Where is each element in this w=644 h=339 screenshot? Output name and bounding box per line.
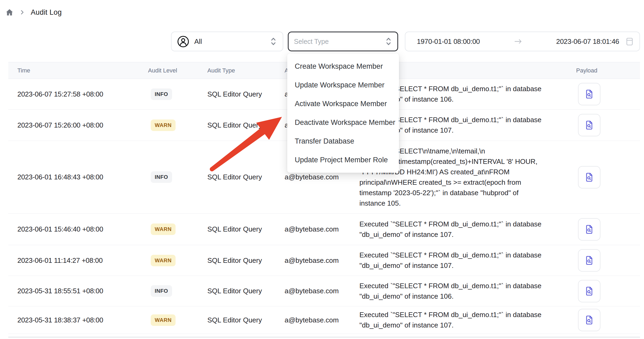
type-option[interactable]: Update Workspace Member (287, 76, 399, 94)
cell-actor: a@bytebase.com (285, 225, 359, 233)
chevron-right-icon (19, 9, 25, 16)
type-option[interactable]: Update Project Member Role (287, 151, 399, 169)
audit-level-badge: INFO (151, 171, 172, 183)
audit-level-badge: WARN (151, 314, 176, 326)
table-row: 2023-06-01 11:14:27 +08:00WARNSQL Editor… (8, 245, 640, 276)
file-search-icon (584, 89, 595, 99)
type-filter-select[interactable]: Select Type (288, 32, 398, 51)
cell-audit-type: SQL Editor Query (207, 121, 285, 129)
audit-level-badge: WARN (151, 255, 176, 266)
arrow-right-icon (514, 37, 523, 45)
date-range-end[interactable]: 2023-06-07 18:01:46 (556, 37, 619, 46)
actor-filter-value: All (194, 37, 265, 46)
filter-bar: All Select Type 1970-01-01 08:00:00 (171, 32, 640, 51)
actor-filter-select[interactable]: All (171, 32, 283, 51)
cell-audit-level: INFO (148, 88, 207, 100)
cell-time: 2023-05-31 18:38:37 +08:00 (8, 316, 148, 324)
payload-view-button[interactable] (578, 249, 600, 272)
page-title: Audit Log (31, 8, 62, 17)
cell-audit-level: WARN (148, 255, 207, 266)
audit-log-page: Audit Log All Select Type (0, 0, 644, 339)
payload-view-button[interactable] (578, 166, 600, 188)
file-search-icon (584, 286, 595, 296)
column-header: Payload (573, 67, 640, 74)
date-range-picker[interactable]: 1970-01-01 08:00:00 2023-06-07 18:01:46 (405, 32, 640, 51)
table-row: 2023-06-01 15:46:40 +08:00WARNSQL Editor… (8, 214, 640, 245)
cell-comment: Executed `"SELECT * FROM db_ui_demo.t1;"… (359, 281, 573, 302)
audit-level-badge: INFO (151, 285, 172, 297)
cell-time: 2023-05-31 18:55:51 +08:00 (8, 287, 148, 295)
type-option[interactable]: Activate Workspace Member (287, 94, 399, 113)
cell-audit-level: INFO (148, 285, 207, 297)
cell-audit-level: WARN (148, 314, 207, 326)
audit-level-badge: INFO (151, 88, 172, 100)
column-header: Audit Level (148, 67, 207, 74)
cell-time: 2023-06-01 15:46:40 +08:00 (8, 225, 148, 233)
person-icon (177, 35, 189, 48)
payload-view-button[interactable] (578, 114, 600, 136)
cell-actor: a@bytebase.com (285, 173, 359, 181)
file-search-icon (584, 255, 595, 266)
cell-audit-level: INFO (148, 171, 207, 183)
cell-payload (573, 218, 640, 241)
cell-comment: Executed `"SELECT * FROM db_ui_demo.t1;"… (359, 310, 573, 330)
cell-payload (573, 309, 640, 331)
cell-audit-type: SQL Editor Query (207, 225, 285, 233)
audit-level-badge: WARN (151, 224, 176, 235)
cell-actor: a@bytebase.com (285, 287, 359, 295)
cell-comment: Executed `"SELECT * FROM db_ui_demo.t1;"… (359, 219, 573, 240)
payload-view-button[interactable] (578, 218, 600, 241)
chevron-updown-icon (385, 36, 393, 47)
type-filter-placeholder: Select Type (294, 38, 385, 45)
type-option[interactable]: Transfer Database (287, 132, 399, 151)
file-search-icon (584, 224, 595, 235)
cell-payload (573, 166, 640, 188)
cell-time: 2023-06-07 15:27:58 +08:00 (8, 90, 148, 98)
cell-audit-type: SQL Editor Query (207, 287, 285, 295)
cell-actor: a@bytebase.com (285, 316, 359, 324)
audit-level-badge: WARN (151, 120, 176, 131)
cell-audit-type: SQL Editor Query (207, 90, 285, 98)
cell-time: 2023-06-01 11:14:27 +08:00 (8, 256, 148, 265)
payload-view-button[interactable] (578, 280, 600, 302)
cell-audit-type: SQL Editor Query (207, 316, 285, 324)
cell-payload (573, 280, 640, 302)
home-icon[interactable] (5, 8, 14, 17)
cell-audit-level: WARN (148, 224, 207, 235)
cell-audit-type: SQL Editor Query (207, 173, 285, 181)
type-option[interactable]: Create Workspace Member (287, 57, 399, 76)
cell-payload (573, 249, 640, 272)
table-row: 2023-05-31 18:55:51 +08:00INFOSQL Editor… (8, 276, 640, 306)
cell-actor: a@bytebase.com (285, 256, 359, 265)
type-dropdown-menu: Create Workspace MemberUpdate Workspace … (287, 53, 399, 173)
payload-view-button[interactable] (578, 309, 600, 331)
cell-payload (573, 83, 640, 105)
type-option[interactable]: Deactivate Workspace Member (287, 113, 399, 132)
cell-time: 2023-06-07 15:26:00 +08:00 (8, 121, 148, 129)
file-search-icon (584, 315, 595, 325)
table-bottom-divider (8, 337, 640, 337)
cell-payload (573, 114, 640, 136)
file-search-icon (584, 172, 595, 183)
file-search-icon (584, 120, 595, 130)
date-range-start[interactable]: 1970-01-01 08:00:00 (417, 37, 480, 46)
column-header: Audit Type (207, 67, 285, 74)
breadcrumb: Audit Log (5, 7, 62, 18)
chevron-updown-icon (269, 36, 277, 47)
cell-audit-type: SQL Editor Query (207, 256, 285, 265)
cell-comment: Executed `"SELECT * FROM db_ui_demo.t1;"… (359, 250, 573, 271)
cell-time: 2023-06-01 16:48:43 +08:00 (8, 173, 148, 181)
payload-view-button[interactable] (578, 83, 600, 105)
column-header: Time (8, 67, 148, 74)
table-row: 2023-05-31 18:38:37 +08:00WARNSQL Editor… (8, 306, 640, 334)
calendar-icon (626, 37, 634, 46)
cell-audit-level: WARN (148, 120, 207, 131)
